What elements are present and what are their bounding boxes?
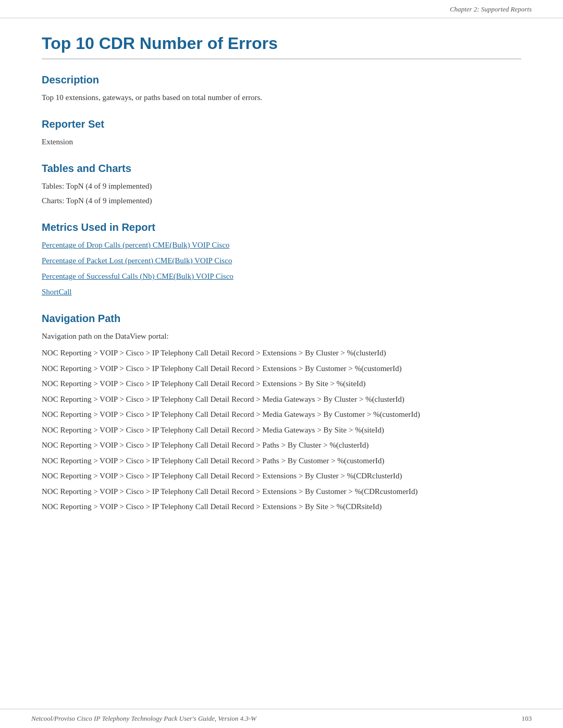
nav-path-6: NOC Reporting > VOIP > Cisco > IP Teleph… <box>42 439 521 452</box>
description-heading: Description <box>42 74 521 86</box>
metric-item-0[interactable]: Percentage of Drop Calls (percent) CME(B… <box>42 239 521 251</box>
header-bar: Chapter 2: Supported Reports <box>0 0 563 18</box>
navigation-path-heading: Navigation Path <box>42 313 521 325</box>
nav-path-7: NOC Reporting > VOIP > Cisco > IP Teleph… <box>42 454 521 468</box>
description-body: Top 10 extensions, gateways, or paths ba… <box>42 91 521 104</box>
reporter-set-heading: Reporter Set <box>42 118 521 130</box>
reporter-set-body: Extension <box>42 135 521 148</box>
nav-path-4: NOC Reporting > VOIP > Cisco > IP Teleph… <box>42 408 521 422</box>
nav-path-3: NOC Reporting > VOIP > Cisco > IP Teleph… <box>42 393 521 406</box>
footer: Netcool/Proviso Cisco IP Telephony Techn… <box>0 709 563 728</box>
tables-charts-heading: Tables and Charts <box>42 163 521 175</box>
metrics-body: Percentage of Drop Calls (percent) CME(B… <box>42 239 521 298</box>
navigation-path-body: Navigation path on the DataView portal: … <box>42 330 521 514</box>
metric-item-3[interactable]: ShortCall <box>42 286 521 298</box>
description-text: Top 10 extensions, gateways, or paths ba… <box>42 91 521 104</box>
main-content: Top 10 CDR Number of Errors Description … <box>0 18 563 709</box>
metric-item-2[interactable]: Percentage of Successful Calls (Nb) CME(… <box>42 270 521 282</box>
nav-path-0: NOC Reporting > VOIP > Cisco > IP Teleph… <box>42 347 521 360</box>
page-container: Chapter 2: Supported Reports Top 10 CDR … <box>0 0 563 728</box>
footer-right-text: 103 <box>522 714 532 723</box>
page-title: Top 10 CDR Number of Errors <box>42 34 521 59</box>
nav-path-10: NOC Reporting > VOIP > Cisco > IP Teleph… <box>42 500 521 514</box>
charts-line: Charts: TopN (4 of 9 implemented) <box>42 194 521 207</box>
footer-left-text: Netcool/Proviso Cisco IP Telephony Techn… <box>31 714 256 723</box>
tables-charts-body: Tables: TopN (4 of 9 implemented) Charts… <box>42 180 521 207</box>
nav-path-2: NOC Reporting > VOIP > Cisco > IP Teleph… <box>42 377 521 391</box>
nav-path-8: NOC Reporting > VOIP > Cisco > IP Teleph… <box>42 470 521 483</box>
nav-path-1: NOC Reporting > VOIP > Cisco > IP Teleph… <box>42 362 521 376</box>
tables-line: Tables: TopN (4 of 9 implemented) <box>42 180 521 192</box>
metric-item-1[interactable]: Percentage of Packet Lost (percent) CME(… <box>42 254 521 267</box>
metrics-heading: Metrics Used in Report <box>42 221 521 233</box>
header-chapter-text: Chapter 2: Supported Reports <box>450 5 532 14</box>
nav-path-5: NOC Reporting > VOIP > Cisco > IP Teleph… <box>42 424 521 437</box>
reporter-set-text: Extension <box>42 135 521 148</box>
navigation-intro: Navigation path on the DataView portal: <box>42 330 521 342</box>
nav-path-9: NOC Reporting > VOIP > Cisco > IP Teleph… <box>42 485 521 499</box>
